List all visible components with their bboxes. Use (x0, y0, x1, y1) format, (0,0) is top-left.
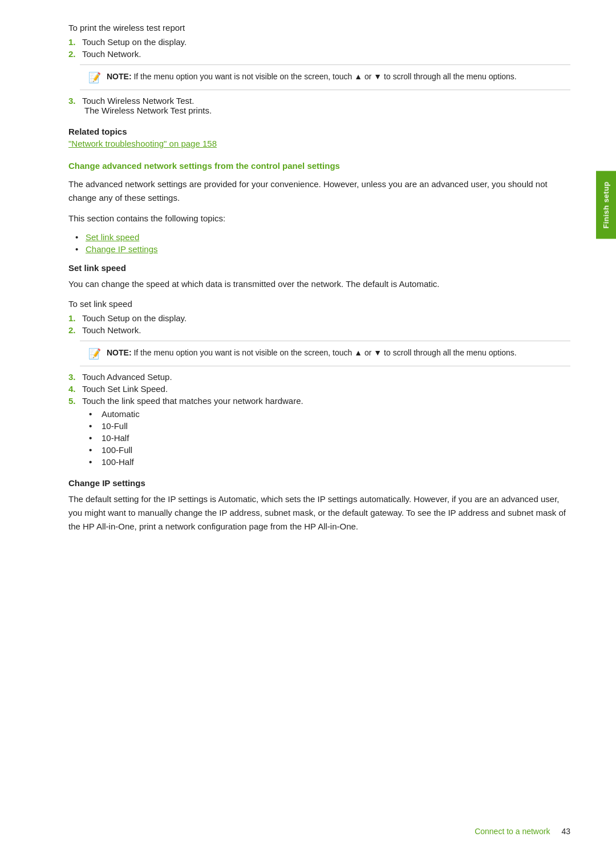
change-ip-title: Change IP settings (68, 478, 570, 488)
set-link-speed-step-3: Touch Advanced Setup. (80, 372, 570, 382)
change-advanced-heading: Change advanced network settings from th… (68, 160, 570, 172)
page-container: Finish setup To print the wireless test … (0, 0, 616, 853)
footer-link[interactable]: Connect to a network (475, 827, 550, 836)
intro-step-3: Touch Wireless Network Test. The Wireles… (80, 96, 570, 115)
link-change-ip-settings: Change IP settings (86, 244, 570, 254)
set-link-speed-note-box: 📝 NOTE: If the menu option you want is n… (80, 341, 570, 366)
note-icon: 📝 (88, 71, 101, 84)
change-ip-settings-link[interactable]: Change IP settings (86, 244, 157, 254)
speed-option-10half: 10-Half (99, 433, 570, 443)
set-link-speed-step-2: Touch Network. (80, 325, 570, 335)
set-link-speed-link[interactable]: Set link speed (86, 232, 139, 242)
speed-option-100half: 100-Half (99, 457, 570, 467)
footer-page-number: 43 (561, 827, 570, 836)
set-link-speed-step-1: Touch Setup on the display. (80, 313, 570, 323)
intro-section: To print the wireless test report Touch … (68, 23, 570, 115)
intro-note-text: NOTE: If the menu option you want is not… (107, 71, 517, 83)
intro-note-label: NOTE: (107, 72, 132, 81)
link-set-link-speed: Set link speed (86, 232, 570, 242)
change-advanced-links-list: Set link speed Change IP settings (86, 232, 570, 254)
speed-option-100full: 100-Full (99, 445, 570, 455)
set-link-speed-note-body: If the menu option you want is not visib… (133, 348, 516, 357)
set-link-speed-steps-continued: Touch Advanced Setup. Touch Set Link Spe… (80, 372, 570, 467)
speed-option-10full: 10-Full (99, 421, 570, 431)
related-topics-section: Related topics "Network troubleshooting"… (68, 127, 570, 148)
change-ip-body: The default setting for the IP settings … (68, 492, 570, 533)
set-link-speed-note-icon: 📝 (88, 347, 101, 360)
speed-options-list: Automatic 10-Full 10-Half 100-Full 100-H… (99, 409, 570, 467)
change-advanced-body1: The advanced network settings are provid… (68, 177, 570, 205)
set-link-speed-note-label: NOTE: (107, 348, 132, 357)
intro-note-body: If the menu option you want is not visib… (133, 72, 516, 81)
intro-title: To print the wireless test report (68, 23, 570, 33)
set-link-speed-body: You can change the speed at which data i… (68, 277, 570, 291)
set-link-speed-title: Set link speed (68, 263, 570, 273)
intro-note-box: 📝 NOTE: If the menu option you want is n… (80, 64, 570, 90)
speed-option-automatic: Automatic (99, 409, 570, 419)
related-topics-title: Related topics (68, 127, 570, 136)
set-link-speed-note-text: NOTE: If the menu option you want is not… (107, 347, 517, 359)
set-link-speed-steps-list: Touch Setup on the display. Touch Networ… (80, 313, 570, 335)
network-troubleshooting-link[interactable]: "Network troubleshooting" on page 158 (68, 139, 217, 148)
sidebar-tab-label: Finish setup (602, 181, 610, 229)
intro-step-2: Touch Network. (80, 49, 570, 59)
footer: Connect to a network 43 (0, 827, 616, 836)
change-advanced-body2: This section contains the following topi… (68, 212, 570, 225)
sidebar-tab[interactable]: Finish setup (596, 171, 616, 239)
intro-steps-list: Touch Setup on the display. Touch Networ… (80, 37, 570, 59)
set-link-speed-step-5: Touch the link speed that matches your n… (80, 396, 570, 467)
to-set-link-speed-title: To set link speed (68, 299, 570, 309)
intro-steps-list-2: Touch Wireless Network Test. The Wireles… (80, 96, 570, 115)
intro-step-1: Touch Setup on the display. (80, 37, 570, 47)
set-link-speed-step-4: Touch Set Link Speed. (80, 384, 570, 394)
